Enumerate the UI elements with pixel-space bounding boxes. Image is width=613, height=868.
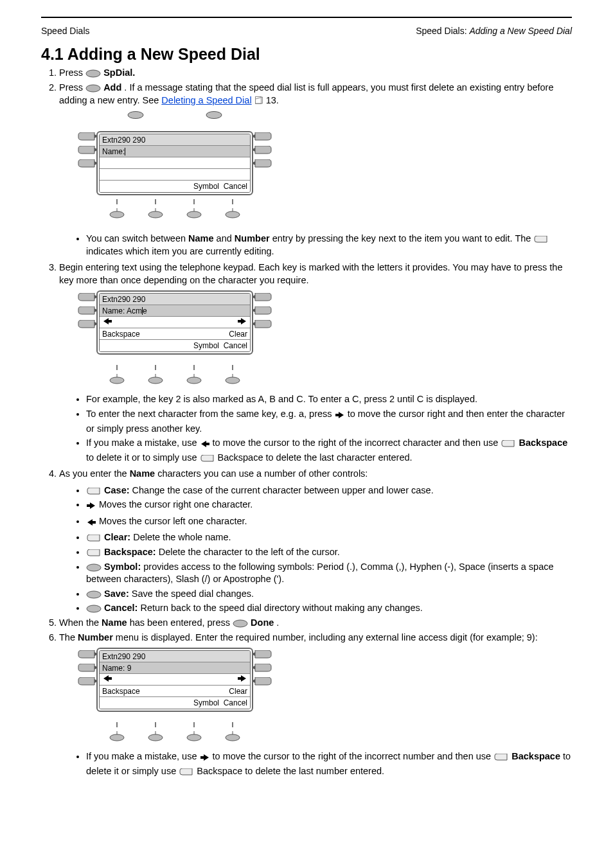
softkey-left-icon	[253, 146, 272, 156]
svg-point-40	[87, 591, 101, 598]
svg-marker-49	[103, 675, 112, 682]
oval-button-icon	[109, 374, 125, 384]
svg-point-42	[233, 620, 247, 627]
arrow-right-icon	[86, 500, 96, 513]
svg-marker-22	[253, 295, 255, 299]
step-6: The Number menu is displayed. Enter the …	[59, 632, 572, 778]
svg-marker-23	[253, 308, 255, 312]
softkey-right-icon	[86, 535, 102, 542]
svg-point-29	[148, 377, 163, 384]
softkey-left-icon	[253, 306, 272, 317]
oval-button-icon	[186, 731, 202, 741]
top-divider	[41, 17, 572, 18]
svg-marker-59	[200, 754, 209, 761]
phone-lcd-mock-3: Extn290 290 Name: 9 BackspaceClear Symbo…	[78, 648, 271, 744]
svg-point-4	[206, 112, 222, 119]
step-2: Press Add . If a message stating that th…	[59, 82, 572, 258]
softkey-right-icon	[86, 549, 102, 557]
oval-button-icon	[224, 208, 241, 218]
svg-marker-8	[253, 134, 255, 138]
svg-marker-37	[87, 502, 95, 509]
oval-button-icon	[86, 590, 102, 599]
svg-marker-47	[253, 666, 255, 669]
svg-point-33	[226, 377, 240, 384]
step-5: When the Name has been entered, press Do…	[59, 617, 572, 628]
oval-button-icon	[147, 731, 164, 741]
oval-button-icon	[86, 563, 102, 572]
svg-point-15	[187, 211, 201, 218]
svg-point-53	[148, 734, 163, 741]
svg-marker-25	[103, 318, 112, 324]
svg-point-41	[87, 605, 101, 612]
oval-button-icon	[127, 111, 145, 120]
softkey-right-icon	[77, 293, 96, 303]
oval-button-icon	[147, 374, 164, 384]
softkey-right-icon	[77, 677, 96, 687]
softkey-right-icon	[200, 455, 215, 463]
arrow-left-icon	[200, 439, 210, 452]
oval-button-icon	[186, 208, 202, 218]
oval-button-icon	[109, 208, 125, 218]
softkey-right-icon	[77, 664, 96, 674]
softkey-right-icon	[533, 236, 549, 244]
svg-point-55	[187, 734, 201, 741]
softkey-left-icon	[253, 664, 272, 674]
softkey-left-icon	[253, 677, 272, 687]
oval-button-icon	[109, 731, 125, 741]
softkey-right-icon	[77, 650, 96, 660]
arrow-right-icon	[237, 674, 247, 685]
softkey-right-icon	[77, 320, 96, 330]
svg-point-57	[226, 734, 240, 741]
step-3: Begin entering text using the telephone …	[59, 261, 572, 464]
softkey-right-icon	[86, 488, 102, 495]
arrow-left-icon	[102, 317, 112, 328]
svg-marker-46	[253, 652, 255, 656]
oval-button-icon	[85, 69, 101, 78]
header-right: Speed Dials: Adding a New Speed Dial	[416, 26, 572, 36]
phone-lcd-mock-2: Extn290 290 Name: Acme BackspaceClear Sy…	[78, 290, 271, 387]
svg-point-27	[110, 377, 124, 384]
deleting-speed-dial-link[interactable]: Deleting a Speed Dial	[161, 95, 251, 105]
softkey-left-icon	[253, 650, 272, 660]
svg-point-39	[87, 564, 101, 571]
step-4: As you enter the Name characters you can…	[59, 468, 572, 615]
svg-point-17	[226, 211, 240, 218]
softkey-right-icon	[493, 754, 509, 761]
oval-button-icon	[86, 605, 102, 613]
softkey-left-icon	[253, 159, 272, 170]
softkey-left-icon	[253, 132, 272, 143]
oval-button-icon	[205, 111, 223, 120]
svg-marker-35	[335, 412, 344, 418]
arrow-right-icon	[237, 317, 247, 328]
oval-button-icon	[224, 374, 241, 384]
svg-marker-9	[253, 148, 255, 152]
phone-lcd-mock-1: Extn290 290 Name: Symbol Cancel	[78, 111, 271, 226]
page-ref-icon	[254, 96, 263, 105]
softkey-left-icon	[253, 320, 272, 330]
svg-marker-24	[253, 322, 255, 326]
oval-button-icon	[147, 208, 164, 218]
step-1: Press SpDial.	[59, 67, 572, 78]
svg-point-31	[187, 377, 201, 384]
softkey-right-icon	[77, 146, 96, 156]
softkey-left-icon	[253, 293, 272, 303]
oval-button-icon	[233, 619, 248, 628]
svg-point-11	[110, 211, 124, 218]
arrow-right-icon	[200, 752, 210, 765]
section-title: 4.1 Adding a New Speed Dial	[41, 45, 572, 64]
svg-point-0	[86, 70, 100, 77]
svg-marker-26	[238, 318, 246, 324]
oval-button-icon	[224, 731, 241, 741]
arrow-left-icon	[102, 674, 112, 685]
softkey-right-icon	[77, 306, 96, 317]
svg-point-13	[148, 211, 163, 218]
softkey-right-icon	[179, 768, 194, 776]
header-left: Speed Dials	[41, 26, 90, 36]
svg-marker-48	[253, 679, 255, 683]
svg-marker-38	[87, 519, 96, 526]
page-header: Speed Dials Speed Dials: Adding a New Sp…	[41, 26, 572, 36]
svg-point-3	[128, 112, 143, 119]
softkey-right-icon	[501, 440, 516, 448]
arrow-left-icon	[86, 517, 96, 530]
svg-point-1	[86, 85, 100, 92]
